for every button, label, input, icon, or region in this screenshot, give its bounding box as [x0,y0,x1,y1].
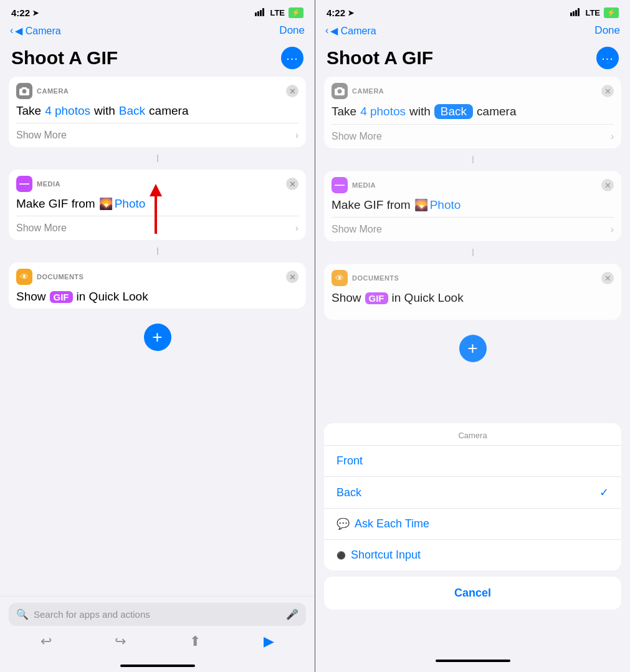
right-documents-body: Show GIF in Quick Look [324,289,621,310]
left-red-arrow [150,184,162,234]
left-page-header: Shoot A GIF ··· [0,42,315,77]
left-nav-bar: ‹ ◀ Camera Done [0,22,315,42]
right-media-photo[interactable]: 🌄 Photo [414,198,461,212]
right-popup-cancel[interactable]: Cancel [324,577,621,610]
right-ask-icon: 💬 [336,517,350,530]
right-ask-label: Ask Each Time [355,517,429,530]
right-menu-button[interactable]: ··· [596,47,619,69]
left-documents-gif[interactable]: GIF [50,291,73,303]
left-home-indicator [0,662,315,672]
right-done-button[interactable]: Done [594,24,620,37]
right-media-close[interactable]: ✕ [601,179,614,191]
right-photo-label: Photo [430,198,461,212]
right-media-card: — MEDIA ✕ Make GIF from 🌄 Photo Show Mor… [324,171,621,241]
right-popup-back[interactable]: Back ✓ [324,477,621,509]
left-camera-chevron: › [295,130,298,141]
right-camera-chevron: › [611,131,614,142]
left-status-bar: 4:22 ➤ LTE ⚡ [0,0,315,22]
right-camera-show-more[interactable]: Show More › [324,125,621,148]
right-connector-2 [324,247,621,257]
right-shortcut-label: Shortcut Input [351,549,421,562]
left-media-photo[interactable]: 🌄 Photo [99,197,146,211]
left-documents-body: Show GIF in Quick Look [9,287,306,309]
left-arrow-head [150,184,162,196]
left-camera-category: CAMERA [37,87,69,95]
left-phone-panel: 4:22 ➤ LTE ⚡ ‹ ◀ Camera Done Shoot A GIF… [0,0,315,672]
right-media-body: Make GIF from 🌄 Photo [324,196,621,217]
svg-rect-0 [255,12,257,16]
left-redo-button[interactable]: ↪ [115,633,126,650]
left-menu-button[interactable]: ··· [281,47,303,69]
right-home-indicator [315,657,630,667]
right-status-icons: LTE ⚡ [570,7,619,18]
left-camera-close[interactable]: ✕ [286,85,298,97]
right-phone-panel: 4:22 ➤ LTE ⚡ ‹ ◀ Camera Done Shoot A GIF… [315,0,630,672]
right-popup-sheet: Camera Front Back ✓ 💬 Ask Each Time [324,423,621,610]
right-signal-icon [570,8,581,18]
left-back-chevron: ‹ [10,25,13,36]
right-home-bar [436,660,510,662]
right-camera-close[interactable]: ✕ [601,85,614,97]
right-camera-camera: camera [477,105,516,118]
left-toolbar: ↩ ↪ ⬆ ▶ [0,630,315,662]
right-back-button[interactable]: ‹ ◀ Camera [325,25,376,37]
right-back-chevron: ‹ [325,25,328,36]
svg-rect-5 [573,11,575,16]
right-photo-icon: 🌄 [414,198,428,212]
left-bottom-bar: 🔍 Search for apps and actions 🎤 ↩ ↪ ⬆ ▶ [0,596,315,672]
left-back-button[interactable]: ‹ ◀ Camera [10,25,61,37]
right-nav-bar: ‹ ◀ Camera Done [315,22,630,42]
right-camera-back[interactable]: Back [434,104,473,119]
right-front-label: Front [336,454,363,468]
left-add-icon: + [152,327,162,347]
left-camera-photos[interactable]: 4 photos [45,104,90,118]
left-play-button[interactable]: ▶ [264,633,274,650]
left-time: 4:22 ➤ [11,7,39,18]
left-documents-suffix: in Quick Look [77,290,148,304]
right-media-category: MEDIA [352,181,376,189]
left-add-button-container: + [9,315,306,357]
right-popup-front[interactable]: Front [324,446,621,477]
left-camera-card: CAMERA ✕ Take 4 photos with Back camera … [9,77,306,147]
right-media-show-more-label: Show More [332,224,382,235]
left-home-bar [120,665,195,667]
right-media-show-more[interactable]: Show More › [324,218,621,241]
left-done-button[interactable]: Done [279,24,305,37]
right-page-title: Shoot A GIF [327,47,433,69]
left-media-category: MEDIA [37,180,60,188]
left-documents-close[interactable]: ✕ [286,271,298,283]
right-popup-ask-each-time[interactable]: 💬 Ask Each Time [324,509,621,540]
left-media-show-more-label: Show More [16,223,67,234]
left-documents-card-header: 👁 DOCUMENTS ✕ [9,262,306,287]
right-documents-suffix: in Quick Look [392,291,464,305]
left-add-button[interactable]: + [144,324,171,351]
left-camera-take: Take [16,104,41,118]
right-add-button[interactable]: + [459,335,487,362]
left-camera-show-more[interactable]: Show More › [9,123,306,147]
left-share-button[interactable]: ⬆ [189,633,201,650]
right-documents-card-icon: 👁 [332,270,348,286]
right-back-label: ◀ Camera [330,25,376,37]
right-documents-close[interactable]: ✕ [601,272,614,284]
right-camera-card: CAMERA ✕ Take 4 photos with Back camera … [324,77,621,148]
right-camera-photos[interactable]: 4 photos [360,105,406,118]
right-camera-card-header: CAMERA ✕ [324,77,621,102]
left-mic-icon[interactable]: 🎤 [286,608,298,620]
right-back-checkmark: ✓ [599,486,609,499]
left-photo-icon: 🌄 [99,197,113,211]
right-popup-shortcut-input[interactable]: ⚫ Shortcut Input [324,540,621,570]
right-documents-card: 👁 DOCUMENTS ✕ Show GIF in Quick Look [324,264,621,320]
right-time: 4:22 ➤ [327,7,354,18]
right-cancel-label: Cancel [454,587,491,599]
left-camera-body: Take 4 photos with Back camera [9,102,306,123]
svg-rect-3 [262,8,264,16]
left-search-bar[interactable]: 🔍 Search for apps and actions 🎤 [9,603,306,626]
svg-rect-4 [570,12,572,16]
left-menu-dots: ··· [286,51,298,65]
right-popup-main: Camera Front Back ✓ 💬 Ask Each Time [324,423,621,570]
left-media-close[interactable]: ✕ [286,178,298,190]
right-documents-gif[interactable]: GIF [365,292,388,304]
left-search-bar-container: 🔍 Search for apps and actions 🎤 [0,597,315,630]
left-camera-back[interactable]: Back [119,104,145,118]
left-undo-button[interactable]: ↩ [41,633,52,650]
